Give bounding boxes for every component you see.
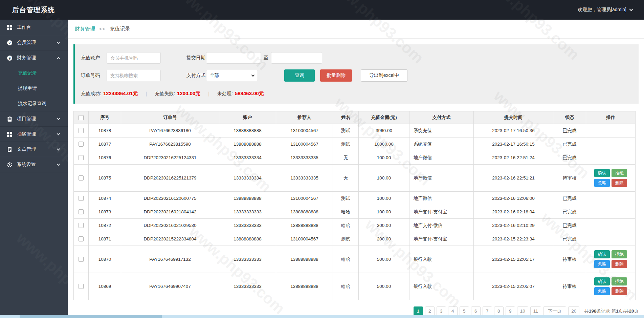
- delete-button[interactable]: 删除: [612, 179, 627, 187]
- cell-status: 已完成: [553, 232, 586, 246]
- cell-account: 13888888888: [219, 192, 276, 205]
- ignore-button[interactable]: 忽略: [594, 287, 610, 295]
- sidebar-item-members[interactable]: V 会员管理: [0, 35, 68, 50]
- row-checkbox[interactable]: [79, 142, 84, 147]
- reject-button[interactable]: 拒绝: [612, 277, 627, 285]
- cell-order-no: PAY1676623815598: [121, 137, 219, 151]
- export-excel-button[interactable]: 导出到excel中: [361, 69, 407, 82]
- cell-status: 待审核: [553, 165, 586, 192]
- pay-method-select[interactable]: 全部: [206, 70, 258, 81]
- cell-referrer: 13100004567: [276, 137, 333, 151]
- horizontal-scrollbar[interactable]: [0, 315, 644, 318]
- breadcrumb-parent[interactable]: 财务管理: [75, 26, 95, 32]
- cell-serial: 10873: [89, 205, 121, 219]
- chevron-down-icon: [251, 73, 255, 77]
- cell-pay-method: 地产微信: [409, 151, 474, 165]
- delete-button[interactable]: 删除: [612, 287, 627, 295]
- row-checkbox[interactable]: [79, 128, 84, 133]
- cell-submit-time: 2023-02-17 16:50:36: [474, 124, 553, 137]
- row-checkbox[interactable]: [79, 236, 84, 241]
- order-input[interactable]: [107, 70, 161, 81]
- confirm-button[interactable]: 确认: [594, 250, 610, 258]
- page-button-10[interactable]: 10: [517, 306, 528, 316]
- row-checkbox[interactable]: [79, 209, 84, 214]
- breadcrumb-current: 充值记录: [110, 26, 130, 32]
- row-checkbox[interactable]: [79, 175, 84, 181]
- cell-name: 哈哈: [333, 205, 359, 219]
- ignore-button[interactable]: 忽略: [594, 179, 610, 187]
- cell-checkbox: [74, 192, 89, 205]
- sidebar-item-workbench[interactable]: 工作台: [0, 20, 68, 35]
- table-header-row: 序号 订单号 账户 推荐人 姓名 充值金额(元) 支付方式 提交时间 状态 操作: [74, 111, 636, 124]
- summary-pages: 20: [629, 309, 634, 314]
- date-to-label: 至: [264, 55, 268, 61]
- cell-submit-time: 2023-02-16 12:06:00: [474, 192, 553, 205]
- stat-pending-label: 未处理:: [217, 91, 233, 97]
- pagination: 1 2 3 4 5 6 7 8 9 10 11 下一页 20 共198条记录 第…: [68, 306, 639, 316]
- page-button-7[interactable]: 7: [483, 306, 492, 316]
- scrollbar-thumb[interactable]: [20, 315, 162, 318]
- pay-method-label: 支付方式: [186, 72, 206, 79]
- last-page-button[interactable]: 20: [568, 306, 579, 316]
- svg-text:¥: ¥: [9, 56, 11, 60]
- page-button-9[interactable]: 9: [506, 306, 515, 316]
- confirm-button[interactable]: 确认: [594, 169, 610, 177]
- lottery-icon: [7, 131, 13, 137]
- cell-actions: 确认 拒绝 忽略 删除: [586, 165, 636, 192]
- cell-checkbox: [74, 219, 89, 232]
- cell-amount: 10000.00: [359, 137, 409, 151]
- sidebar-item-settings[interactable]: 系统设置: [0, 157, 68, 172]
- date-from-input[interactable]: [206, 52, 261, 64]
- row-checkbox[interactable]: [79, 257, 84, 262]
- sidebar-item-label: 文章管理: [17, 146, 36, 152]
- sidebar-subitem-recharge-records[interactable]: 充值记录: [0, 65, 68, 81]
- select-all-checkbox[interactable]: [79, 115, 84, 120]
- row-checkbox[interactable]: [79, 196, 84, 201]
- row-checkbox[interactable]: [79, 284, 84, 289]
- reject-button[interactable]: 拒绝: [612, 250, 627, 258]
- page-button-8[interactable]: 8: [494, 306, 504, 316]
- cell-serial: 10872: [89, 219, 121, 232]
- sidebar-subitem-label: 充值记录: [18, 70, 37, 76]
- order-label: 订单号码: [81, 72, 101, 79]
- page-button-3[interactable]: 3: [437, 306, 446, 316]
- reject-button[interactable]: 拒绝: [612, 169, 627, 177]
- sidebar-item-finance[interactable]: ¥ 财务管理: [0, 50, 68, 65]
- stat-failed-label: 充值失败:: [155, 91, 175, 97]
- sidebar-item-articles[interactable]: 文章管理: [0, 142, 68, 157]
- page-button-1[interactable]: 1: [414, 306, 423, 316]
- page-button-6[interactable]: 6: [471, 306, 481, 316]
- ignore-button[interactable]: 忽略: [594, 260, 610, 268]
- page-button-5[interactable]: 5: [460, 306, 469, 316]
- page-button-4[interactable]: 4: [448, 306, 458, 316]
- next-page-button[interactable]: 下一页: [543, 306, 567, 316]
- user-menu[interactable]: 欢迎您，管理员[admin]: [578, 7, 632, 13]
- stat-success-value: 12243864.01元: [103, 90, 138, 97]
- row-checkbox[interactable]: [79, 223, 84, 228]
- header-status: 状态: [553, 111, 586, 124]
- sidebar-item-lottery[interactable]: 抽奖管理: [0, 126, 68, 142]
- cell-referrer: 13888888888: [276, 219, 333, 232]
- page-button-2[interactable]: 2: [425, 306, 435, 316]
- page-button-11[interactable]: 11: [530, 306, 541, 316]
- cell-amount: 300.00: [359, 219, 409, 232]
- account-input[interactable]: [107, 52, 161, 64]
- batch-delete-button[interactable]: 批量删除: [320, 69, 352, 82]
- cell-referrer: 13888888888: [276, 273, 333, 300]
- chevron-down-icon: [57, 162, 60, 166]
- delete-button[interactable]: 删除: [612, 260, 627, 268]
- search-button[interactable]: 查询: [284, 69, 315, 82]
- cell-name: 无: [333, 165, 359, 192]
- cell-order-no: PAY1676469907407: [121, 273, 219, 300]
- sidebar-item-projects[interactable]: 项目管理: [0, 111, 68, 126]
- sidebar-subitem-withdraw-requests[interactable]: 提现申请: [0, 81, 68, 96]
- sidebar-subitem-flow-query[interactable]: 流水记录查询: [0, 96, 68, 111]
- cell-submit-time: 2023-02-16 02:18:04: [474, 205, 553, 219]
- cell-submit-time: 2023-02-15 22:23:34: [474, 232, 553, 246]
- date-to-input[interactable]: [271, 52, 322, 64]
- chevron-down-icon: [57, 147, 60, 150]
- cell-referrer: 13100004567: [276, 124, 333, 137]
- confirm-button[interactable]: 确认: [594, 277, 610, 285]
- user-menu-label: 欢迎您，管理员[admin]: [578, 7, 626, 13]
- row-checkbox[interactable]: [79, 155, 84, 160]
